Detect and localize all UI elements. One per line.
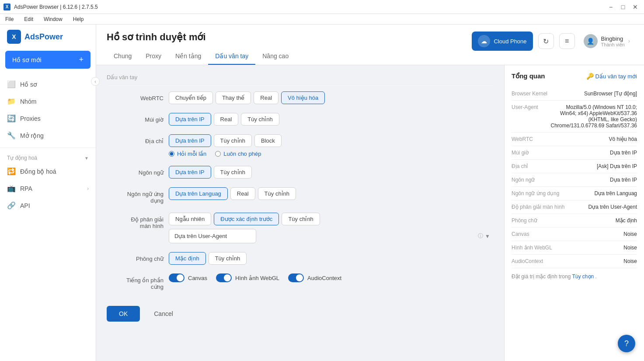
menu-help[interactable]: Help — [71, 15, 86, 23]
dia-chi-tuy-chinh[interactable]: Tùy chỉnh — [214, 134, 252, 147]
canvas-toggle-label: Canvas — [188, 275, 207, 281]
form-panel: Dấu vân tay WebRTC Chuyển tiếp Thay thế … — [96, 65, 504, 361]
sidebar-label-mo-rong: Mở rộng — [20, 132, 44, 139]
sidebar-label-nhom: Nhóm — [20, 98, 36, 105]
do-phan-giai-select[interactable]: Dựa trên User-Agent — [169, 229, 256, 243]
menu-bar: File Edit Window Help — [0, 14, 644, 25]
refresh-button[interactable]: ↻ — [538, 33, 554, 49]
mui-gio-controls: Dựa trên IP Real Tùy chỉnh — [169, 113, 494, 126]
chevron-down-icon: ▼ — [485, 233, 490, 239]
dia-chi-row: Địa chỉ Dựa trên IP Tùy chỉnh Block Hỏi … — [107, 134, 494, 157]
info-icon: ⓘ — [478, 232, 483, 240]
new-profile-button[interactable]: Hồ sơ mới + — [5, 51, 91, 69]
summary-panel: Tổng quan 🔑 Dấu vân tay mới Browser Kern… — [504, 65, 644, 361]
mui-gio-label: Múi giờ — [107, 113, 164, 123]
dpg-tuy-chinh[interactable]: Tùy chỉnh — [282, 213, 320, 225]
ngon-ngu-label: Ngôn ngữ — [107, 166, 164, 176]
nnud-tuy-chinh[interactable]: Tùy chỉnh — [258, 187, 296, 200]
menu-window[interactable]: Window — [42, 15, 64, 23]
user-name: Bingbing — [601, 35, 625, 42]
tieng-on-row: Tiếng ồn phầncứng Canvas Hình ảnh WebGL — [107, 273, 494, 290]
tab-nang-cao[interactable]: Nâng cao — [255, 48, 296, 65]
dia-chi-block[interactable]: Block — [254, 134, 282, 147]
nnud-real[interactable]: Real — [230, 187, 255, 200]
sidebar-item-rpa[interactable]: 📺 RPA › — [0, 180, 96, 197]
audiocontext-toggle[interactable] — [288, 273, 304, 282]
radio-hoi-moi-lan[interactable]: Hỏi mỗi lần — [169, 151, 206, 157]
nnud-dua-tren-languag[interactable]: Dựa trên Languag — [169, 187, 228, 200]
mui-gio-dua-tren-ip[interactable]: Dựa trên IP — [169, 113, 211, 126]
audiocontext-toggle-item: AudioContext — [288, 273, 341, 282]
menu-file[interactable]: File — [3, 15, 15, 23]
list-button[interactable]: ≡ — [559, 33, 575, 49]
window-controls: − □ ✕ — [606, 3, 641, 11]
chevron-down-icon: ▼ — [84, 156, 89, 161]
menu-edit[interactable]: Edit — [22, 15, 35, 23]
summary-row-webrtc: WebRTC Vô hiệu hóa — [512, 133, 637, 146]
tab-nen-tang[interactable]: Nền tảng — [168, 48, 208, 65]
webgl-toggle[interactable] — [216, 273, 232, 282]
mui-gio-real[interactable]: Real — [214, 113, 239, 126]
sidebar-item-dong-bo-hoa[interactable]: 🔁 Đồng bộ hoá — [0, 163, 96, 180]
webrtc-vo-hieu-hoa[interactable]: Vô hiệu hóa — [281, 91, 325, 104]
tab-dau-van-tay[interactable]: Dấu vân tay — [208, 48, 255, 65]
sidebar-item-ho-so[interactable]: ⬜ Hồ sơ — [0, 76, 96, 93]
user-role: Thành viên — [601, 42, 625, 47]
dpg-duoc-xac-dinh-truoc[interactable]: Được xác định trước — [214, 213, 279, 225]
summary-row-mui-gio: Múi giờ Dựa trên IP — [512, 146, 637, 160]
summary-val-hinh-anh-webgl: Noise — [623, 245, 637, 251]
webrtc-chuyen-tiep[interactable]: Chuyển tiếp — [169, 91, 213, 104]
canvas-toggle[interactable] — [169, 273, 184, 282]
ngon-ngu-tuy-chinh[interactable]: Tùy chỉnh — [214, 166, 252, 179]
webrtc-options: Chuyển tiếp Thay thế Real Vô hiệu hóa — [169, 91, 494, 104]
main-content: Hồ sơ trình duyệt mới Chung Proxy Nền tả… — [96, 25, 644, 361]
webrtc-real[interactable]: Real — [254, 91, 278, 104]
sidebar-label-rpa: RPA — [20, 185, 32, 192]
cloud-phone-button[interactable]: ☁ Cloud Phone — [472, 32, 533, 51]
summary-key-canvas: Canvas — [512, 231, 529, 237]
summary-key-browser-kernel: Browser Kernel — [512, 91, 547, 97]
maximize-button[interactable]: □ — [618, 3, 628, 11]
help-button[interactable]: ? — [618, 335, 635, 352]
sidebar-item-mo-rong[interactable]: 🔧 Mở rộng — [0, 127, 96, 144]
title-bar: X AdsPower Browser | 6.12.6 | 2.7.5.5 − … — [0, 0, 644, 14]
webrtc-thay-the[interactable]: Thay thế — [216, 91, 251, 104]
dpg-ngau-nhien[interactable]: Ngẫu nhiên — [169, 213, 211, 225]
title-bar-title: AdsPower Browser | 6.12.6 | 2.7.5.5 — [14, 4, 602, 10]
ngon-ngu-dua-tren-ip[interactable]: Dựa trên IP — [169, 166, 211, 179]
tab-chung[interactable]: Chung — [107, 48, 139, 65]
sidebar-item-api[interactable]: 🔗 API — [0, 197, 96, 214]
ngon-ngu-row: Ngôn ngữ Dựa trên IP Tùy chỉnh — [107, 166, 494, 179]
radio-luon-cho-phep[interactable]: Luôn cho phép — [215, 151, 261, 157]
sidebar-logo: X AdsPower — [0, 30, 96, 51]
close-button[interactable]: ✕ — [630, 3, 641, 11]
group-icon: 📁 — [7, 97, 16, 105]
user-info: Bingbing Thành viên — [601, 35, 625, 47]
user-chevron-icon: › — [628, 38, 630, 44]
user-button[interactable]: 👤 Bingbing Thành viên › — [580, 32, 634, 50]
cancel-button[interactable]: Cancel — [145, 306, 182, 322]
ngon-ngu-controls: Dựa trên IP Tùy chỉnh — [169, 166, 494, 179]
minimize-button[interactable]: − — [606, 3, 616, 11]
ok-button[interactable]: OK — [107, 306, 140, 322]
sidebar-collapse-button[interactable]: ‹ — [91, 77, 100, 86]
sidebar-item-nhom[interactable]: 📁 Nhóm — [0, 93, 96, 110]
summary-key-user-agent: User-Agent — [512, 104, 538, 110]
phong-chu-tuy-chinh[interactable]: Tùy chỉnh — [209, 252, 247, 265]
page-title: Hồ sơ trình duyệt mới — [107, 32, 296, 43]
summary-footer-link[interactable]: Tùy chọn — [572, 273, 594, 280]
summary-key-webrtc: WebRTC — [512, 136, 533, 142]
rpa-icon: 📺 — [7, 184, 16, 193]
dia-chi-options: Dựa trên IP Tùy chỉnh Block — [169, 134, 494, 147]
header-left: Hồ sơ trình duyệt mới Chung Proxy Nền tả… — [107, 32, 296, 65]
sidebar-item-proxies[interactable]: 🔄 Proxies — [0, 110, 96, 127]
fingerprint-icon: 🔑 — [586, 73, 594, 80]
summary-key-do-phan-giai: Độ phân giải màn hình — [512, 204, 564, 210]
tab-proxy[interactable]: Proxy — [139, 48, 168, 65]
mui-gio-tuy-chinh[interactable]: Tùy chỉnh — [241, 113, 279, 126]
dia-chi-dua-tren-ip[interactable]: Dựa trên IP — [169, 134, 211, 147]
phong-chu-mac-dinh[interactable]: Mặc định — [169, 252, 206, 265]
logo-text: AdsPower — [24, 32, 63, 42]
content-area: Dấu vân tay WebRTC Chuyển tiếp Thay thế … — [96, 65, 644, 361]
new-fingerprint-link[interactable]: 🔑 Dấu vân tay mới — [586, 73, 637, 80]
